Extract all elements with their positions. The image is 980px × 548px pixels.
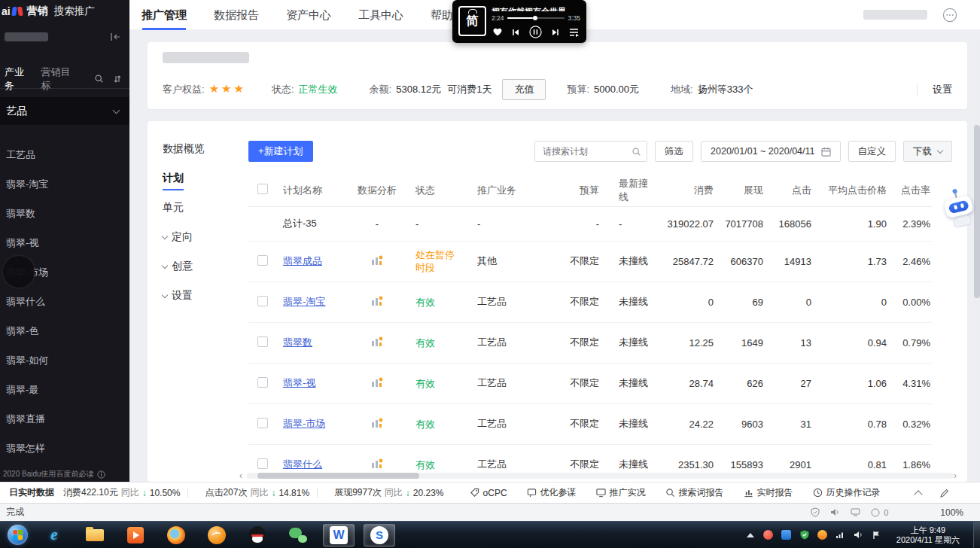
taskbar-qq-icon[interactable] [242,524,273,546]
scroll-left-arrow[interactable]: ‹ [239,471,247,480]
plan-search-input[interactable] [535,142,627,161]
select-all-checkbox[interactable] [257,184,268,194]
data-analysis-icon[interactable] [371,458,383,469]
taskbar-media-player-icon[interactable] [120,524,151,546]
submenu-creatives[interactable]: 创意 [163,260,236,273]
taskbar-browser-icon[interactable] [201,524,233,546]
plan-row[interactable]: 翡翠-市场 有效 工艺品 不限定 未撞线 24.22 9603 31 0.78 [248,403,932,444]
sidebar-item[interactable]: 翡翠-最 [0,375,129,404]
optimization-advisor-link[interactable]: 优化参谋 [527,486,577,499]
sidebar-item[interactable]: 翡翠直播 [0,404,129,434]
data-analysis-icon[interactable] [371,255,383,266]
custom-button[interactable]: 自定义 [848,141,896,162]
edit-icon[interactable] [939,488,950,498]
scrollbar-thumb[interactable] [257,473,419,479]
browser-zoom-level[interactable]: 100% [940,507,963,518]
row-checkbox[interactable] [257,418,268,428]
submenu-targeting[interactable]: 定向 [163,230,236,244]
info-icon[interactable] [97,470,105,479]
submenu-plans[interactable]: 计划 [163,172,236,185]
sort-icon[interactable] [113,75,122,84]
sidebar-item[interactable]: 翡翠-色 [0,316,129,346]
tray-app-orange-icon[interactable] [817,529,829,541]
tab-tool-center[interactable]: 工具中心 [358,0,403,30]
show-desktop-button[interactable] [973,522,980,548]
vertical-scrollbar[interactable] [974,42,980,482]
data-analysis-icon[interactable] [371,336,383,347]
tray-security-shield-icon[interactable] [799,529,811,541]
horizontal-scrollbar[interactable]: ‹ › [239,471,961,480]
recharge-button[interactable]: 充值 [502,79,546,100]
submenu-units[interactable]: 单元 [163,201,236,215]
sidebar-item[interactable]: 翡翠-淘宝 [0,169,129,199]
account-settings-link[interactable]: 设置 [933,83,952,96]
taskbar-sogou-icon[interactable]: S [364,524,395,546]
data-analysis-icon[interactable] [371,418,383,428]
sidebar-section-header[interactable]: 艺品 [0,97,129,125]
playlist-icon[interactable] [569,28,579,37]
plan-name-link[interactable]: 翡翠-市场 [283,418,325,429]
tray-hidden-icons-button[interactable] [744,529,756,541]
monitor-icon[interactable] [851,508,860,516]
plan-row[interactable]: 翡翠-淘宝 有效 工艺品 不限定 未撞线 0 69 0 0 0.00% [248,282,932,322]
sidebar-tab-business[interactable]: 产业务 [5,65,27,93]
sidebar-item[interactable]: 翡翠-如何 [0,346,129,375]
row-checkbox[interactable] [257,458,268,469]
tray-network-icon[interactable] [835,529,847,541]
more-options-icon[interactable] [942,8,957,23]
tab-promotion-management[interactable]: 推广管理 [142,0,187,30]
taskbar-wechat-icon[interactable] [282,524,314,546]
sidebar-item[interactable]: 工艺品 [0,140,129,169]
plan-row[interactable]: 翡翠数 有效 工艺品 不限定 未撞线 12.25 1649 13 0.94 0 [248,322,932,363]
tray-app-red-icon[interactable] [762,529,775,541]
taskbar-ie-icon[interactable]: e [38,524,70,546]
sidebar-item[interactable]: 翡翠数 [0,199,129,228]
plan-name-link[interactable]: 翡翠数 [283,336,312,348]
sidebar-item[interactable]: 翡翠-视 [0,228,129,257]
tray-app-blue-icon[interactable] [781,529,793,541]
start-button[interactable] [8,525,28,545]
next-track-icon[interactable] [551,28,560,37]
filter-button[interactable]: 筛选 [655,141,693,162]
plan-name-link[interactable]: 翡翠成品 [283,255,322,266]
realtime-report-link[interactable]: 实时报告 [744,486,793,499]
sidebar-footer-note[interactable]: 2020 Baidu使用百度前必读 [3,469,94,480]
speaker-icon[interactable] [830,508,840,516]
plan-row[interactable]: 翡翠-视 有效 工艺品 不限定 未撞线 28.74 626 27 1.06 4 [248,363,932,403]
date-range-picker[interactable]: 2020/01/01 ~ 2020/04/11 [701,141,840,162]
tab-asset-center[interactable]: 资产中心 [286,0,331,30]
collapse-statusbar-icon[interactable] [914,490,922,498]
tray-volume-icon[interactable] [853,529,865,541]
row-checkbox[interactable] [257,296,268,306]
data-analysis-icon[interactable] [371,296,383,306]
history-log-link[interactable]: 历史操作记录 [813,486,881,499]
row-checkbox[interactable] [257,336,268,347]
scroll-right-arrow[interactable]: › [954,471,961,480]
plan-row[interactable]: 翡翠成品 处在暂停时段 其他 不限定 未撞线 25847.72 606370 1… [248,241,932,282]
row-checkbox[interactable] [257,377,268,388]
sidebar-item[interactable]: 翡翠什么 [0,287,129,316]
search-icon[interactable] [94,74,104,84]
previous-track-icon[interactable] [511,28,520,37]
plan-name-link[interactable]: 翡翠-淘宝 [283,296,325,307]
progress-bar[interactable] [507,17,565,19]
submenu-settings[interactable]: 设置 [163,289,236,303]
tab-data-report[interactable]: 数据报告 [214,0,259,30]
sidebar-item[interactable]: 翡翠怎样 [0,434,129,463]
ocpc-link[interactable]: oCPC [470,488,507,498]
new-plan-button[interactable]: +新建计划 [248,141,313,162]
taskbar-firefox-icon[interactable] [160,524,192,546]
submenu-data-overview[interactable]: 数据概览 [163,142,236,156]
row-checkbox[interactable] [257,255,268,266]
taskbar-wps-icon[interactable]: W [323,524,355,546]
search-icon[interactable] [632,147,641,157]
plan-name-link[interactable]: 翡翠-视 [283,377,315,388]
like-heart-icon[interactable] [493,28,502,36]
plan-search-box[interactable] [534,141,647,162]
search-terms-report-link[interactable]: 搜索词报告 [665,486,724,499]
collapse-sidebar-icon[interactable] [111,32,120,41]
scrollbar-track[interactable] [247,473,954,479]
taskbar-clock[interactable]: 上午 9:49 2020/4/11 星期六 [889,525,967,545]
sidebar-tab-marketing-goal[interactable]: 营销目标 [41,65,72,93]
plan-name-link[interactable]: 翡翠什么 [283,458,322,470]
